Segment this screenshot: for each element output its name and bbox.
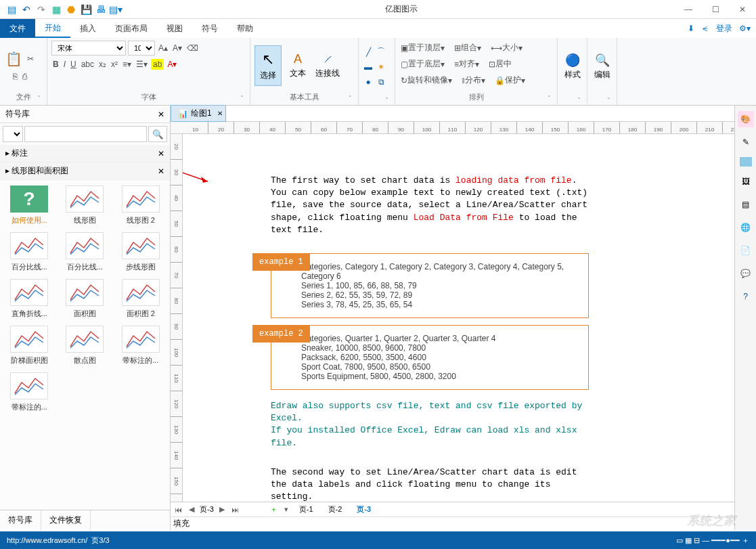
shape-item-3[interactable]: 百分比线... bbox=[5, 232, 53, 272]
search-button[interactable]: 🔍 bbox=[148, 126, 167, 142]
arc-icon[interactable]: ⌒ bbox=[376, 47, 386, 58]
rb-help-icon[interactable]: ? bbox=[738, 288, 754, 305]
menu-tab-layout[interactable]: 页面布局 bbox=[106, 19, 157, 38]
underline-icon[interactable]: U bbox=[69, 58, 78, 70]
page-next-icon[interactable]: ▶ bbox=[218, 505, 226, 514]
font-color-icon[interactable]: A▾ bbox=[166, 58, 178, 70]
sidebar-close-icon[interactable]: ✕ bbox=[158, 110, 164, 119]
page-tab-3[interactable]: 页-3 bbox=[351, 503, 376, 516]
rb-doc-icon[interactable]: 📄 bbox=[738, 242, 754, 259]
qat-open-icon[interactable]: ⬣ bbox=[65, 3, 77, 16]
style-button[interactable]: 🔵 样式 bbox=[562, 47, 583, 87]
settings-icon[interactable]: ⚙▾ bbox=[739, 24, 751, 33]
line-shape-icon[interactable]: ╱ bbox=[363, 47, 374, 58]
page-tab-2[interactable]: 页-2 bbox=[323, 503, 348, 516]
sidebar-tab-recover[interactable]: 文件恢复 bbox=[41, 510, 91, 530]
format-icon[interactable]: ⎙ bbox=[21, 70, 28, 83]
menu-tab-home[interactable]: 开始 bbox=[35, 19, 70, 38]
size-button[interactable]: ⟷ 大小▾ bbox=[489, 41, 524, 55]
edit-button[interactable]: 🔍 编辑 bbox=[592, 47, 613, 87]
list-icon[interactable]: ☰▾ bbox=[135, 58, 149, 70]
font-name-select[interactable]: 宋体 bbox=[51, 41, 126, 56]
font-size-select[interactable]: 10 bbox=[128, 41, 155, 56]
highlight-icon[interactable]: ab bbox=[151, 59, 164, 70]
menu-tab-help[interactable]: 帮助 bbox=[227, 19, 263, 38]
sidebar-tab-library[interactable]: 符号库 bbox=[0, 510, 41, 530]
rb-pen-icon[interactable]: ✎ bbox=[738, 134, 754, 150]
shape-item-0[interactable]: ?如何使用... bbox=[5, 185, 53, 225]
shape-item-6[interactable]: 直角折线... bbox=[5, 279, 53, 319]
crop-icon[interactable]: ⧉ bbox=[376, 76, 386, 87]
distribute-button[interactable]: ⦀ 分布▾ bbox=[460, 73, 487, 87]
rect-icon[interactable]: ▬ bbox=[363, 62, 374, 72]
bold-icon[interactable]: B bbox=[51, 58, 60, 70]
center-button[interactable]: ⊡ 居中 bbox=[487, 57, 513, 71]
qat-print-icon[interactable]: 🖶 bbox=[95, 3, 107, 16]
shape-item-4[interactable]: 百分比线... bbox=[61, 232, 108, 272]
clear-format-icon[interactable]: ⌫ bbox=[185, 42, 200, 54]
category-line-area[interactable]: ▸ 线形图和面积图✕ bbox=[0, 162, 170, 180]
login-link[interactable]: 登录 bbox=[716, 23, 732, 35]
font-grow-icon[interactable]: A▴ bbox=[157, 42, 169, 54]
tab-close-icon[interactable]: ✕ bbox=[217, 110, 223, 117]
close-button[interactable]: ✕ bbox=[729, 0, 756, 19]
minimize-button[interactable]: — bbox=[675, 0, 702, 19]
bullet-icon[interactable]: ≡▾ bbox=[121, 58, 133, 70]
menu-tab-view[interactable]: 视图 bbox=[157, 19, 192, 38]
shape-item-12[interactable]: 带标注的... bbox=[5, 372, 53, 412]
qat-new-icon[interactable]: ▦ bbox=[50, 3, 62, 16]
bring-front-button[interactable]: ▣ 置于顶层▾ bbox=[399, 41, 446, 55]
share-icon[interactable]: ⪪ bbox=[701, 24, 709, 33]
page-first-icon[interactable]: ⏮ bbox=[173, 506, 183, 514]
text-tool-button[interactable]: A 文本 bbox=[284, 45, 311, 86]
menu-file[interactable]: 文件 bbox=[0, 19, 35, 38]
symbol-search-input[interactable] bbox=[24, 126, 147, 142]
shape-item-1[interactable]: 线形图 bbox=[61, 185, 108, 225]
copy-icon[interactable]: ⎘ bbox=[12, 70, 19, 83]
connector-tool-button[interactable]: ⟋ 连接线 bbox=[314, 45, 341, 86]
rotate-button[interactable]: ↻ 旋转和镜像▾ bbox=[399, 73, 453, 87]
canvas[interactable]: The first way to set chart data is loadi… bbox=[183, 134, 734, 502]
rb-theme-icon[interactable]: 🎨 bbox=[738, 111, 754, 127]
italic-icon[interactable]: I bbox=[62, 58, 67, 70]
group-button[interactable]: ⊞ 组合▾ bbox=[453, 41, 483, 55]
shape-item-8[interactable]: 面积图 2 bbox=[117, 279, 164, 319]
superscript-icon[interactable]: x² bbox=[110, 58, 119, 70]
align-button[interactable]: ≡ 对齐▾ bbox=[453, 57, 481, 71]
rb-comment-icon[interactable]: 💬 bbox=[738, 265, 754, 282]
strike-icon[interactable]: abc bbox=[80, 58, 95, 70]
star-icon[interactable]: ✶ bbox=[376, 62, 386, 72]
shape-item-5[interactable]: 步线形图 bbox=[117, 232, 164, 272]
maximize-button[interactable]: ☐ bbox=[702, 0, 729, 19]
rb-web-icon[interactable]: 🌐 bbox=[738, 219, 754, 236]
ellipse-icon[interactable]: ● bbox=[363, 76, 374, 87]
font-shrink-icon[interactable]: A▾ bbox=[171, 42, 183, 54]
shape-item-11[interactable]: 带标注的... bbox=[117, 326, 164, 366]
rb-fill-icon[interactable] bbox=[740, 157, 752, 167]
page-tab-1[interactable]: 页-1 bbox=[294, 503, 319, 516]
shape-item-2[interactable]: 线形图 2 bbox=[117, 185, 164, 225]
document-tab[interactable]: 📊 绘图1 ✕ bbox=[171, 105, 226, 122]
menu-tab-symbol[interactable]: 符号 bbox=[192, 19, 227, 38]
shape-item-9[interactable]: 阶梯面积图 bbox=[5, 326, 53, 366]
page-prev-icon[interactable]: ◀ bbox=[187, 505, 196, 514]
search-scope-select[interactable] bbox=[3, 126, 23, 142]
qat-undo-icon[interactable]: ↶ bbox=[20, 3, 32, 16]
shape-item-7[interactable]: 面积图 bbox=[61, 279, 108, 319]
page-last-icon[interactable]: ⏭ bbox=[230, 506, 240, 514]
status-url[interactable]: http://www.edrawsoft.cn/ bbox=[7, 536, 87, 544]
shape-item-10[interactable]: 散点图 bbox=[61, 326, 108, 366]
cut-icon[interactable]: ✂ bbox=[26, 53, 35, 65]
protect-button[interactable]: 🔒 保护▾ bbox=[493, 73, 527, 87]
select-tool-button[interactable]: ↖ 选择 bbox=[254, 45, 282, 86]
menu-tab-insert[interactable]: 插入 bbox=[70, 19, 106, 38]
qat-save-icon[interactable]: ▤ bbox=[5, 3, 18, 16]
rb-image-icon[interactable]: 🖼 bbox=[738, 173, 754, 190]
qat-save2-icon[interactable]: 💾 bbox=[80, 3, 92, 16]
rb-layer-icon[interactable]: ▤ bbox=[738, 196, 754, 213]
qat-redo-icon[interactable]: ↷ bbox=[35, 3, 47, 16]
category-callouts[interactable]: ▸ 标注✕ bbox=[0, 145, 170, 162]
qat-export-icon[interactable]: ▤▾ bbox=[110, 3, 122, 16]
send-back-button[interactable]: ▢ 置于底层▾ bbox=[399, 57, 446, 71]
paste-icon[interactable]: 📋 bbox=[4, 49, 24, 68]
